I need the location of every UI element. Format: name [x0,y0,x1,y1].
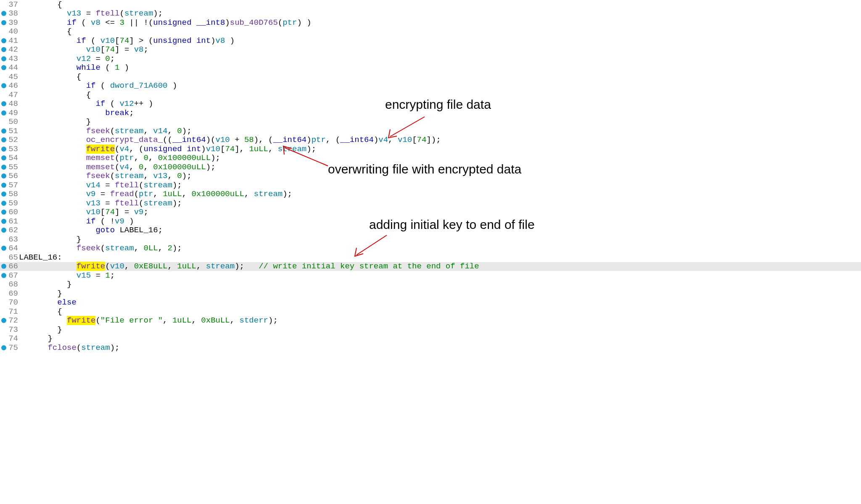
code-text[interactable]: } [19,334,53,343]
breakpoint-icon[interactable] [1,246,6,251]
code-text[interactable]: v12 = 0; [19,54,115,63]
code-text[interactable]: { [19,72,81,81]
code-line[interactable]: 40 { [0,27,861,37]
code-text[interactable]: fseek(stream, 0LL, 2); [19,244,182,253]
code-text[interactable]: { [19,90,91,100]
code-text[interactable]: v14 = ftell(stream); [19,181,182,190]
breakpoint-icon[interactable] [1,65,6,70]
code-line[interactable]: 60 v10[74] = v9; [0,208,861,217]
code-line[interactable]: 39 if ( v8 <= 3 || !(unsigned __int8)sub… [0,18,861,27]
code-line[interactable]: 44 while ( 1 ) [0,63,861,73]
code-line[interactable]: 72 fwrite("File error ", 1uLL, 0xBuLL, s… [0,316,861,326]
code-line[interactable]: 45 { [0,72,861,81]
code-text[interactable]: if ( v10[74] > (unsigned int)v8 ) [19,36,235,45]
code-text[interactable]: v13 = ftell(stream); [19,199,182,208]
code-line[interactable]: 54 memset(ptr, 0, 0x100000uLL); [0,154,861,163]
code-text[interactable]: if ( v12++ ) [19,99,153,108]
annotation-overwriting: overwriting file with encrypted data [328,162,521,176]
breakpoint-icon[interactable] [1,173,6,178]
breakpoint-icon[interactable] [1,11,6,16]
breakpoint-icon[interactable] [1,345,6,350]
breakpoint-icon[interactable] [1,20,6,25]
breakpoint-icon[interactable] [1,137,6,142]
code-line[interactable]: 66 fwrite(v10, 0xE8uLL, 1uLL, stream); /… [0,262,861,271]
breakpoint-icon[interactable] [1,155,6,160]
code-line[interactable]: 43 v12 = 0; [0,54,861,63]
code-line[interactable]: 58 v9 = fread(ptr, 1uLL, 0x100000uLL, st… [0,190,861,199]
code-line[interactable]: 53 fwrite(v4, (unsigned int)v10[74], 1uL… [0,144,861,154]
breakpoint-icon[interactable] [1,147,6,152]
code-text[interactable]: { [19,307,62,316]
breakpoint-icon[interactable] [1,47,6,52]
breakpoint-icon[interactable] [1,201,6,206]
code-text[interactable]: } [19,280,71,289]
code-text[interactable]: fclose(stream); [19,343,119,352]
breakpoint-icon[interactable] [1,264,6,269]
code-text[interactable]: else [19,298,77,307]
code-line[interactable]: 73 } [0,325,861,334]
breakpoint-icon[interactable] [1,101,6,106]
code-text[interactable]: fwrite(v10, 0xE8uLL, 1uLL, stream); // w… [19,262,479,271]
code-line[interactable]: 69 } [0,289,861,298]
code-text[interactable]: break; [19,108,134,118]
code-text[interactable]: { [19,27,71,36]
code-line[interactable]: 74 } [0,334,861,344]
code-line[interactable]: 71 { [0,307,861,316]
code-line[interactable]: 65LABEL_16: [0,253,861,262]
code-line[interactable]: 52 oc_encrypt_data_((__int64)(v10 + 58),… [0,136,861,145]
breakpoint-icon[interactable] [1,318,6,323]
breakpoint-icon[interactable] [1,192,6,197]
code-text[interactable]: v10[74] = v9; [19,207,148,217]
code-text[interactable]: goto LABEL_16; [19,226,163,235]
code-text[interactable]: if ( dword_71A600 ) [19,81,177,90]
breakpoint-icon[interactable] [1,273,6,278]
code-line[interactable]: 50 } [0,118,861,127]
code-text[interactable]: v13 = ftell(stream); [19,9,163,18]
code-line[interactable]: 67 v15 = 1; [0,271,861,280]
code-text[interactable]: v15 = 1; [19,271,115,280]
code-line[interactable]: 70 else [0,298,861,307]
code-text[interactable]: fseek(stream, v13, 0); [19,171,192,181]
line-number: 62 [0,226,19,235]
code-text[interactable]: } [19,117,91,126]
code-line[interactable]: 51 fseek(stream, v14, 0); [0,126,861,136]
code-text[interactable]: v10[74] = v8; [19,45,148,54]
code-line[interactable]: 42 v10[74] = v8; [0,45,861,55]
code-line[interactable]: 59 v13 = ftell(stream); [0,199,861,208]
code-line[interactable]: 64 fseek(stream, 0LL, 2); [0,244,861,253]
code-line[interactable]: 41 if ( v10[74] > (unsigned int)v8 ) [0,36,861,45]
breakpoint-icon[interactable] [1,228,6,233]
code-line[interactable]: 38 v13 = ftell(stream); [0,9,861,18]
code-line[interactable]: 37 { [0,0,861,9]
code-line[interactable]: 63 } [0,235,861,244]
code-text[interactable]: memset(ptr, 0, 0x100000uLL); [19,153,220,163]
code-line[interactable]: 68 } [0,280,861,289]
breakpoint-icon[interactable] [1,129,6,134]
code-line[interactable]: 57 v14 = ftell(stream); [0,181,861,190]
line-number: 37 [0,0,19,9]
code-text[interactable]: fwrite("File error ", 1uLL, 0xBuLL, stde… [19,316,278,325]
code-line[interactable]: 75 fclose(stream); [0,343,861,352]
code-text[interactable]: if ( v8 <= 3 || !(unsigned __int8)sub_40… [19,18,312,27]
breakpoint-icon[interactable] [1,183,6,188]
breakpoint-icon[interactable] [1,110,6,116]
breakpoint-icon[interactable] [1,219,6,224]
code-text[interactable]: oc_encrypt_data_((__int64)(v10 + 58), (_… [19,135,441,144]
breakpoint-icon[interactable] [1,38,6,43]
breakpoint-icon[interactable] [1,83,6,88]
code-line[interactable]: 46 if ( dword_71A600 ) [0,81,861,91]
code-text[interactable]: } [19,289,62,298]
breakpoint-icon[interactable] [1,165,6,170]
code-text[interactable]: fseek(stream, v14, 0); [19,126,192,136]
code-text[interactable]: if ( !v9 ) [19,217,134,226]
code-text[interactable]: LABEL_16: [19,253,62,262]
breakpoint-icon[interactable] [1,56,6,61]
code-text[interactable]: fwrite(v4, (unsigned int)v10[74], 1uLL, … [19,144,316,154]
code-text[interactable]: } [19,235,81,244]
code-text[interactable]: { [19,0,62,9]
code-text[interactable]: while ( 1 ) [19,63,129,72]
code-text[interactable]: v9 = fread(ptr, 1uLL, 0x100000uLL, strea… [19,189,292,199]
code-text[interactable]: } [19,325,62,334]
code-text[interactable]: memset(v4, 0, 0x100000uLL); [19,163,216,172]
breakpoint-icon[interactable] [1,210,6,215]
